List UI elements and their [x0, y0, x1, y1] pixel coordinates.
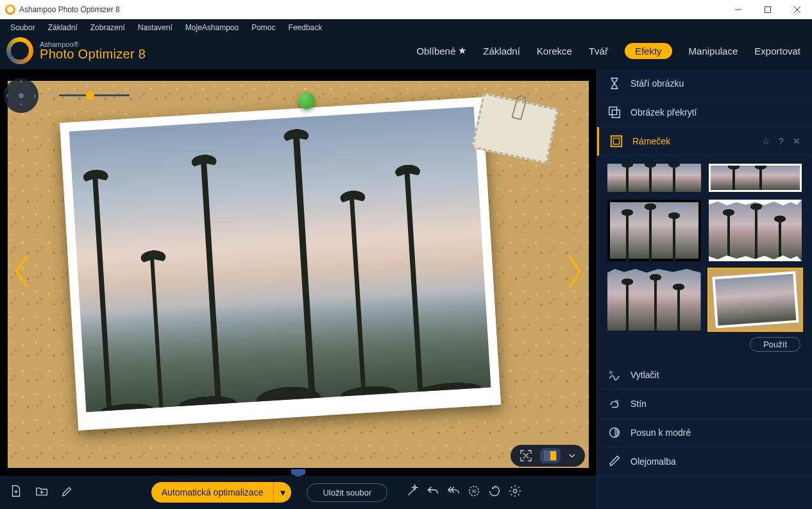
overlay-icon — [607, 105, 622, 119]
blueshift-icon — [607, 426, 622, 440]
brush-tool-button[interactable] — [58, 481, 77, 503]
pan-wheel[interactable]: ˄ ˅ ‹ › — [4, 78, 38, 113]
tab-favorites[interactable]: Oblíbené ★ — [416, 45, 466, 56]
canvas-area: ˄ ˅ ‹ › − + — [0, 69, 596, 509]
star-icon: ★ — [458, 45, 466, 56]
zoom-slider: − + — [46, 90, 142, 100]
frame-icon — [609, 134, 623, 148]
zoom-thumb[interactable] — [86, 91, 94, 99]
menubar: Soubor Základní Zobrazení Nastavení Moje… — [0, 19, 812, 36]
svg-rect-7 — [613, 138, 619, 144]
photo-content — [69, 107, 491, 412]
pan-left-icon[interactable]: ‹ — [6, 91, 9, 100]
effect-shadow[interactable]: Stín — [597, 390, 812, 418]
svg-rect-4 — [609, 107, 617, 115]
effect-blueshift[interactable]: Posun k modré — [597, 418, 812, 447]
pushpin-decoration — [298, 92, 315, 109]
frame-thumb-5[interactable] — [607, 269, 701, 331]
effect-frame-label: Rámeček — [632, 136, 670, 146]
zoom-track[interactable] — [59, 94, 130, 96]
zoom-in-button[interactable]: + — [133, 91, 142, 100]
pan-up-icon[interactable]: ˄ — [19, 80, 23, 89]
effect-age[interactable]: Stáří obrázku — [597, 69, 812, 98]
frame-thumb-4[interactable] — [709, 200, 802, 261]
undo-all-button[interactable] — [446, 484, 461, 501]
settings-gear-button[interactable] — [508, 484, 522, 501]
tab-basic[interactable]: Základní — [483, 46, 520, 56]
polaroid-frame — [60, 97, 501, 430]
main-tabs: Oblíbené ★ Základní Korekce Tvář Efekty … — [416, 43, 800, 59]
svg-point-3 — [514, 489, 518, 493]
tab-favorites-label: Oblíbené — [416, 46, 455, 56]
compare-view-button[interactable] — [540, 448, 561, 463]
close-button[interactable] — [782, 0, 812, 19]
auto-optimize-dropdown[interactable]: ▾ — [273, 482, 291, 503]
pan-down-icon[interactable]: ˅ — [19, 103, 23, 112]
image-preview[interactable]: ˄ ˅ ‹ › − + — [0, 69, 596, 476]
tab-manipulate[interactable]: Manipulace — [689, 46, 738, 56]
header: Ashampoo® Photo Optimizer 8 Oblíbené ★ Z… — [0, 36, 812, 69]
frame-thumb-1[interactable] — [607, 164, 701, 192]
collapse-handle[interactable] — [291, 469, 305, 477]
menu-help[interactable]: Pomoc — [245, 21, 282, 34]
undo-button[interactable] — [426, 484, 440, 501]
app-name: Ashampoo® Photo Optimizer 8 — [40, 40, 146, 62]
prev-image-button[interactable] — [12, 252, 31, 293]
svg-rect-5 — [612, 110, 620, 117]
pan-right-icon[interactable]: › — [33, 91, 36, 100]
corkboard-frame — [8, 81, 589, 468]
maximize-button[interactable] — [753, 0, 782, 19]
pan-center[interactable] — [19, 93, 24, 98]
tab-effects[interactable]: Efekty — [625, 43, 672, 59]
effect-overlay[interactable]: Obrázek překrytí — [597, 98, 812, 127]
help-icon[interactable]: ? — [776, 136, 786, 146]
reset-icon[interactable]: ✕ — [791, 136, 802, 146]
frame-thumbnails — [597, 156, 812, 337]
effect-shadow-label: Stín — [630, 399, 647, 409]
frame-thumb-3[interactable] — [607, 200, 701, 261]
view-tools — [511, 445, 585, 467]
tab-export[interactable]: Exportovat — [754, 46, 800, 56]
auto-optimize-label: Automatická optimalizace — [151, 487, 274, 497]
shadow-icon — [607, 397, 622, 411]
frame-thumb-2[interactable] — [709, 164, 802, 192]
apply-button[interactable]: Použít — [750, 337, 800, 352]
app-logo-small — [5, 4, 15, 15]
effect-blueshift-label: Posun k modré — [630, 427, 691, 438]
compare-icon — [544, 451, 557, 461]
magic-wand-button[interactable] — [405, 484, 419, 501]
effect-emboss[interactable]: Vytlačit — [597, 361, 812, 390]
menu-file[interactable]: Soubor — [4, 21, 42, 34]
next-image-button[interactable] — [566, 252, 585, 293]
fit-screen-button[interactable] — [516, 447, 536, 465]
effect-frame[interactable]: Rámeček ☆ ? ✕ — [597, 127, 812, 156]
favorite-star-icon[interactable]: ☆ — [761, 136, 771, 146]
titlebar: Ashampoo Photo Optimizer 8 — [0, 0, 812, 19]
effect-overlay-label: Obrázek překrytí — [630, 107, 697, 117]
view-mode-dropdown[interactable] — [564, 449, 580, 462]
menu-basic[interactable]: Základní — [42, 21, 84, 34]
rotate-left-button[interactable]: 90 — [467, 484, 481, 501]
menu-feedback[interactable]: Feedback — [282, 21, 329, 34]
menu-myashampoo[interactable]: MojeAshampoo — [179, 21, 245, 34]
auto-optimize-button[interactable]: Automatická optimalizace ▾ — [151, 482, 292, 503]
tab-face[interactable]: Tvář — [589, 46, 608, 56]
frame-thumb-6[interactable] — [709, 269, 802, 331]
add-file-button[interactable] — [6, 481, 26, 503]
product-label: Photo Optimizer 8 — [40, 47, 146, 62]
svg-rect-0 — [765, 6, 771, 12]
add-folder-button[interactable] — [32, 481, 51, 503]
svg-text:90: 90 — [472, 489, 477, 494]
rotate-right-button[interactable] — [487, 484, 502, 501]
effect-actions: ☆ ? ✕ — [761, 136, 802, 146]
menu-view[interactable]: Zobrazení — [84, 21, 131, 34]
save-file-button[interactable]: Uložit soubor — [307, 483, 387, 502]
svg-rect-6 — [611, 136, 622, 147]
menu-settings[interactable]: Nastavení — [131, 21, 179, 34]
zoom-out-button[interactable]: − — [46, 91, 55, 100]
minimize-button[interactable] — [723, 0, 753, 19]
bottom-toolbar: Automatická optimalizace ▾ Uložit soubor… — [0, 476, 596, 509]
effect-oilpaint[interactable]: Olejomalba — [597, 447, 812, 476]
history-tools: 90 — [405, 484, 522, 501]
tab-correction[interactable]: Korekce — [537, 46, 572, 56]
